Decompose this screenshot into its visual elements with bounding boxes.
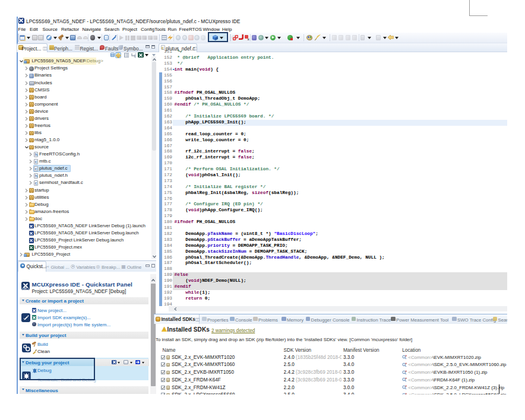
svg-text:IDE: IDE xyxy=(23,287,26,289)
